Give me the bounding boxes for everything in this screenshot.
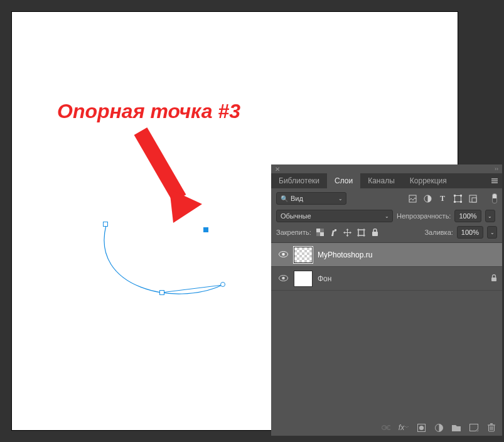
new-layer-icon[interactable]: [469, 423, 478, 432]
anchor-point-1[interactable]: [103, 222, 108, 227]
layer-row[interactable]: MyPhotoshop.ru: [271, 243, 502, 267]
filter-adjust-icon[interactable]: [422, 193, 433, 204]
lock-row: Закрепить: Заливка: 100% ⌄: [271, 225, 502, 243]
svg-rect-9: [454, 201, 456, 203]
blend-mode-value: Обычные: [281, 212, 311, 220]
svg-rect-7: [454, 195, 456, 197]
filter-smart-icon[interactable]: [467, 193, 478, 204]
panel-tabs: Библиотеки Слои Каналы Коррекция: [271, 173, 502, 188]
filter-kind-select[interactable]: 🔍 Вид ⌄: [276, 192, 346, 205]
lock-position-icon[interactable]: [343, 227, 353, 237]
svg-rect-22: [372, 232, 378, 236]
filter-shape-icon[interactable]: [452, 193, 463, 204]
panel-menu-icon[interactable]: [487, 173, 502, 188]
tab-layers[interactable]: Слои: [327, 173, 360, 188]
annotation-label: Опорная точка #3: [57, 100, 240, 123]
collapse-icon[interactable]: ››: [495, 166, 498, 172]
tab-channels[interactable]: Каналы: [360, 173, 402, 188]
filter-type-icon[interactable]: T: [437, 193, 448, 204]
svg-rect-8: [460, 195, 462, 197]
anchor-point-3[interactable]: [203, 227, 208, 232]
lock-label: Закрепить:: [276, 229, 311, 236]
svg-point-24: [282, 253, 285, 256]
panel-footer: fx﹀: [271, 419, 502, 436]
fx-icon[interactable]: fx﹀: [399, 423, 408, 432]
vector-path[interactable]: [87, 207, 250, 320]
link-icon[interactable]: [382, 423, 390, 432]
close-icon[interactable]: ✕: [275, 166, 280, 173]
svg-rect-14: [320, 232, 324, 236]
svg-rect-13: [316, 229, 320, 232]
fill-dropdown[interactable]: ⌄: [487, 226, 497, 239]
svg-rect-27: [491, 278, 496, 281]
blend-row: Обычные ⌄ Непрозрачность: 100% ⌄: [271, 207, 502, 225]
blend-mode-select[interactable]: Обычные ⌄: [276, 210, 393, 222]
chevron-down-icon: ⌄: [385, 213, 389, 219]
layer-row[interactable]: Фон: [271, 267, 502, 291]
svg-rect-17: [358, 230, 364, 235]
group-icon[interactable]: [452, 423, 461, 432]
fill-label: Заливка:: [424, 229, 453, 236]
visibility-icon[interactable]: [277, 250, 289, 259]
layer-name[interactable]: Фон: [318, 274, 486, 283]
panel-titlebar: ✕ ››: [271, 164, 502, 173]
filter-pixel-icon[interactable]: [407, 193, 418, 204]
lock-image-icon[interactable]: [329, 227, 339, 237]
layers-list: MyPhotoshop.ru Фон: [271, 243, 502, 419]
direction-handle[interactable]: [220, 282, 225, 287]
opacity-value[interactable]: 100%: [454, 210, 481, 222]
layer-name[interactable]: MyPhotoshop.ru: [318, 251, 497, 259]
layer-thumbnail[interactable]: [294, 247, 313, 263]
tab-adjustments[interactable]: Коррекция: [402, 173, 454, 188]
svg-rect-15: [320, 229, 324, 232]
fill-value[interactable]: 100%: [457, 226, 483, 239]
lock-icon: [491, 274, 497, 283]
anchor-point-2[interactable]: [159, 290, 164, 295]
filter-kind-label: Вид: [291, 195, 303, 202]
opacity-dropdown[interactable]: ⌄: [485, 210, 495, 222]
svg-point-32: [419, 425, 423, 429]
opacity-label: Непрозрачность:: [397, 212, 451, 220]
tab-libraries[interactable]: Библиотеки: [271, 173, 327, 188]
svg-point-26: [282, 277, 285, 280]
svg-rect-12: [472, 198, 476, 202]
svg-rect-4: [409, 195, 416, 202]
svg-line-1: [141, 131, 180, 198]
adjustment-icon[interactable]: [434, 423, 443, 432]
search-icon: 🔍: [281, 195, 288, 202]
svg-rect-10: [460, 201, 462, 203]
lock-all-icon[interactable]: [370, 227, 380, 237]
trash-icon[interactable]: [487, 423, 496, 432]
chevron-down-icon: ⌄: [338, 196, 343, 202]
svg-rect-16: [316, 232, 320, 236]
filter-row: 🔍 Вид ⌄ T: [271, 188, 502, 207]
visibility-icon[interactable]: [277, 274, 289, 283]
lock-artboard-icon[interactable]: [357, 227, 367, 237]
mask-icon[interactable]: [417, 423, 426, 432]
layers-panel: ✕ ›› Библиотеки Слои Каналы Коррекция 🔍 …: [271, 164, 502, 436]
filter-toggle[interactable]: [492, 193, 497, 203]
layer-thumbnail[interactable]: [294, 271, 313, 287]
lock-transparent-icon[interactable]: [315, 227, 325, 237]
